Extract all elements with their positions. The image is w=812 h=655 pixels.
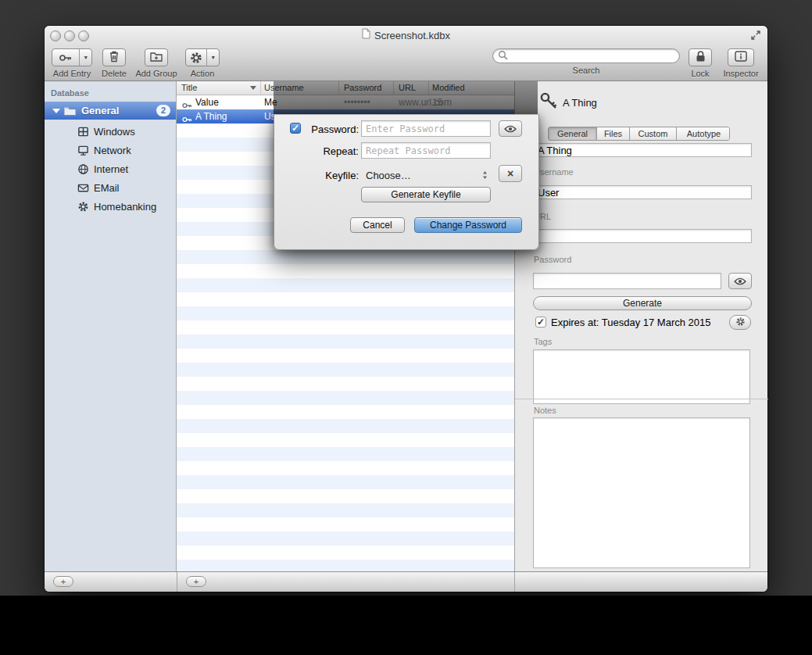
sidebar-group-label: General <box>81 105 119 116</box>
eye-icon <box>504 122 517 136</box>
action-button[interactable]: ▾ <box>185 48 220 66</box>
add-entry-label: Add Entry <box>53 69 91 78</box>
footer-divider <box>514 572 515 592</box>
envelope-icon <box>77 181 89 194</box>
sidebar-item-homebanking[interactable]: Homebanking <box>45 197 176 216</box>
fullscreen-icon[interactable] <box>750 30 761 44</box>
expires-label: Expires at: Tuesday 17 March 2015 <box>551 317 711 328</box>
document-icon <box>362 28 370 42</box>
inspector-label: Inspector <box>723 69 758 78</box>
sidebar-section-header: Database <box>51 88 89 98</box>
column-header-title[interactable]: Title <box>181 83 197 92</box>
chevron-down-icon[interactable]: ▾ <box>79 49 91 66</box>
title-field[interactable] <box>533 143 752 157</box>
username-field[interactable] <box>533 185 752 199</box>
dialog-password-input[interactable] <box>361 120 491 137</box>
add-entry-plus-button[interactable]: + <box>186 576 206 587</box>
screen: { "colors": { "selection_blue": "#3d6ec9… <box>0 0 812 655</box>
tags-label: Tags <box>534 337 552 346</box>
lock-button[interactable] <box>689 48 712 66</box>
keyfile-popup[interactable]: Choose… <box>366 168 491 182</box>
trash-icon <box>109 50 120 66</box>
dialog-repeat-label: Repeat: <box>306 145 359 157</box>
window-title[interactable]: Screenshot.kdbx <box>374 30 450 41</box>
inspector-panel-icon <box>735 51 747 65</box>
entry-key-icon <box>538 91 560 115</box>
sidebar-item-internet[interactable]: Internet <box>45 159 176 178</box>
password-field[interactable] <box>533 273 721 289</box>
disclosure-triangle-icon[interactable] <box>52 109 60 113</box>
entry-count-badge: 2 <box>156 105 170 116</box>
gear-icon <box>186 49 206 66</box>
search-label: Search <box>573 66 600 75</box>
url-field[interactable] <box>533 229 752 243</box>
dialog-keyfile-label: Keyfile: <box>306 170 359 181</box>
inspector-toggle-button[interactable] <box>728 48 754 66</box>
app-window: Screenshot.kdbx ▾ Add Entry Delete <box>45 26 767 592</box>
dialog-show-password-button[interactable] <box>499 120 522 137</box>
search-field[interactable] <box>492 48 680 63</box>
lock-label: Lock <box>691 69 709 78</box>
search-icon <box>498 49 508 63</box>
inspector-tabs: General Files Custom Autotype <box>548 127 730 141</box>
network-icon <box>77 144 89 156</box>
dialog-repeat-input[interactable] <box>361 142 491 159</box>
stepper-icon <box>482 170 488 180</box>
username-label: Username <box>534 167 574 177</box>
search-input[interactable] <box>508 49 679 63</box>
inspector-panel: A Thing General Files Custom Autotype Us… <box>514 81 767 571</box>
banking-gear-icon <box>77 200 89 213</box>
tab-autotype[interactable]: Autotype <box>677 127 730 140</box>
sidebar: Database General 2 Windows Network <box>45 81 177 571</box>
footer-divider <box>177 572 177 592</box>
add-group-button[interactable] <box>145 48 168 66</box>
change-password-button[interactable]: Change Password <box>414 217 522 233</box>
folder-plus-icon <box>150 51 163 65</box>
padlock-icon <box>696 50 706 66</box>
add-entry-button[interactable]: ▾ <box>52 48 92 66</box>
sidebar-item-network[interactable]: Network <box>45 141 176 159</box>
notes-input[interactable] <box>533 417 750 568</box>
window-title-group: Screenshot.kdbx <box>45 29 767 41</box>
add-group-label: Add Group <box>135 69 177 78</box>
section-divider <box>515 399 768 399</box>
expires-options-button[interactable] <box>729 315 751 330</box>
password-label: Password <box>534 255 571 264</box>
eye-icon <box>734 274 746 288</box>
globe-icon <box>77 163 89 175</box>
expires-checkbox[interactable]: ✓ <box>535 317 546 328</box>
tab-general[interactable]: General <box>549 127 597 140</box>
windows-icon <box>77 125 89 138</box>
footer-bar: + + <box>45 571 767 592</box>
sort-indicator-icon[interactable] <box>250 86 256 90</box>
action-label: Action <box>191 69 215 78</box>
key-icon <box>182 113 192 127</box>
tab-files[interactable]: Files <box>597 127 630 140</box>
cancel-button[interactable]: Cancel <box>350 217 405 233</box>
column-divider[interactable] <box>260 81 261 95</box>
delete-label: Delete <box>102 69 127 78</box>
change-password-dialog: ✓ Password: Repeat: Keyfile: Choose… × G… <box>274 114 539 250</box>
chevron-down-icon[interactable]: ▾ <box>206 49 219 66</box>
sidebar-item-windows[interactable]: Windows <box>45 122 176 141</box>
window-header: Screenshot.kdbx ▾ Add Entry Delete <box>45 26 767 81</box>
generate-password-button[interactable]: Generate <box>533 296 752 310</box>
generate-keyfile-button[interactable]: Generate Keyfile <box>361 187 491 202</box>
inspector-entry-title: A Thing <box>563 97 597 109</box>
sheet-shadow <box>274 81 538 114</box>
sidebar-item-email[interactable]: EMail <box>45 178 176 197</box>
clear-keyfile-button[interactable]: × <box>499 165 522 182</box>
password-enabled-checkbox[interactable]: ✓ <box>290 123 301 134</box>
screen-bottom-black <box>0 596 812 655</box>
tags-input[interactable] <box>533 349 750 404</box>
key-icon <box>52 49 79 66</box>
sidebar-group-general[interactable]: General 2 <box>45 102 176 120</box>
dialog-password-label: Password: <box>306 123 359 135</box>
tab-custom[interactable]: Custom <box>630 127 677 140</box>
gear-icon <box>735 317 746 329</box>
show-password-button[interactable] <box>728 273 752 289</box>
add-group-plus-button[interactable]: + <box>53 576 73 587</box>
folder-icon <box>63 106 77 116</box>
close-x-icon: × <box>507 167 513 180</box>
delete-button[interactable] <box>102 48 126 66</box>
